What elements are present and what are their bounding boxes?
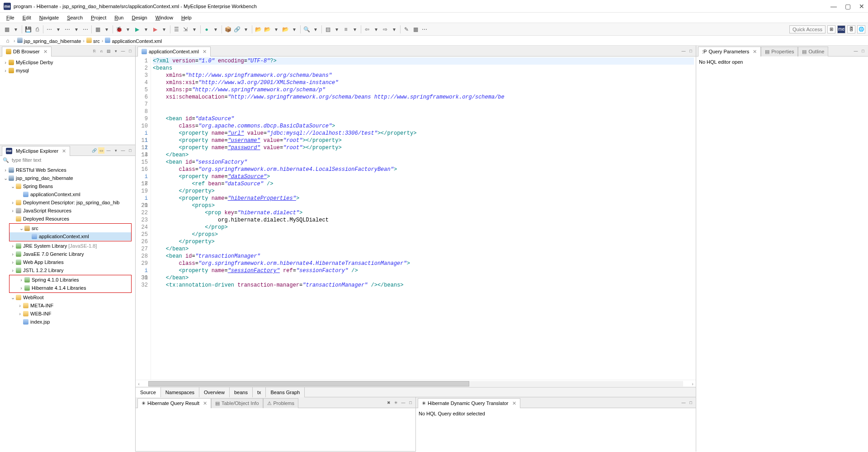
minimize-icon[interactable]: — [120, 147, 126, 154]
tab-explorer[interactable]: me MyEclipse Explorer ✕ [2, 146, 70, 156]
maximize-icon[interactable]: □ [688, 400, 694, 406]
explorer-tree[interactable]: ›RESTful Web Services⌄jsp_spring_dao_hib… [0, 164, 135, 452]
tree-node[interactable]: ›Spring 4.1.0 Libraries [9, 276, 131, 284]
menu-edit[interactable]: Edit [19, 14, 35, 22]
editor-subtab-beans[interactable]: beans [230, 387, 253, 397]
tool-icon[interactable]: ✳ [393, 400, 399, 406]
focus-icon[interactable]: ▭ [98, 147, 104, 154]
tree-node[interactable]: applicationContext.xml [1, 190, 134, 198]
wand-icon[interactable]: ✎ [402, 25, 410, 33]
tool-icon[interactable]: ⎘ [91, 48, 97, 54]
editor-subtab-overview[interactable]: Overview [199, 387, 230, 397]
editor-subtab-beans-graph[interactable]: Beans Graph [266, 387, 305, 397]
open3-icon[interactable]: 📂 [281, 25, 289, 33]
tree-node[interactable]: ›RESTful Web Services [1, 166, 134, 174]
wizard-icon[interactable]: ⋯ [45, 25, 53, 33]
perspective-hib-icon[interactable]: 🌐 [857, 25, 865, 33]
tab-table-object-info[interactable]: ▤ Table/Object Info [211, 398, 263, 408]
tab-problems[interactable]: ⚠ Problems [263, 398, 298, 408]
grid-icon[interactable]: ▦ [94, 25, 102, 33]
close-icon[interactable]: ✕ [203, 400, 207, 406]
tree-node[interactable]: ›META-INF [1, 301, 134, 310]
server-icon[interactable]: ☰ [172, 25, 180, 33]
minimize-icon[interactable]: — [853, 48, 859, 54]
tree-node[interactable]: ›JavaScript Resources [1, 207, 134, 215]
editor-subtab-namespaces[interactable]: Namespaces [161, 387, 199, 397]
menu-window[interactable]: Window [152, 14, 177, 22]
link-icon[interactable]: 🔗 [91, 147, 97, 154]
menu-help[interactable]: Help [178, 14, 195, 22]
list-icon[interactable]: ≡ [342, 25, 350, 33]
breadcrumb-home-icon[interactable]: ⌂ [4, 37, 12, 45]
collapse-icon[interactable]: — [105, 147, 112, 154]
debug-icon[interactable]: 🐞 [115, 25, 123, 33]
tab-query-parameters[interactable]: :P Query Parameters ✕ [698, 47, 761, 56]
breadcrumb-item[interactable]: applicationContext.xml [105, 38, 162, 44]
tree-node[interactable]: ⌄jsp_spring_dao_hibernate [1, 174, 134, 182]
maximize-button[interactable]: ▢ [845, 3, 851, 10]
filter-box[interactable]: 🔍 [0, 156, 135, 164]
ref-icon[interactable]: 🔗 [233, 25, 241, 33]
menu-project[interactable]: Project [87, 14, 110, 22]
search-icon[interactable]: 🔍 [302, 25, 311, 33]
tool-icon[interactable]: ✖ [386, 400, 392, 406]
menu-file[interactable]: File [3, 14, 18, 22]
close-icon[interactable]: ✕ [753, 49, 757, 55]
db-item[interactable]: mysql [16, 68, 29, 73]
tree-node[interactable]: ›Hibernate 4.1.4 Libraries [9, 284, 131, 292]
close-icon[interactable]: ✕ [512, 400, 516, 406]
close-button[interactable]: ✕ [859, 3, 864, 10]
tree-node[interactable]: ⌄WebRoot [1, 293, 134, 301]
menu-design[interactable]: Design [128, 14, 151, 22]
menu-run[interactable]: Run [111, 14, 127, 22]
minimize-icon[interactable]: — [120, 48, 126, 54]
tab-outline[interactable]: ▤ Outline [798, 47, 828, 56]
tree-node[interactable]: ⌄src [9, 224, 131, 232]
perspective-myeclipse-icon[interactable]: me [837, 25, 845, 33]
play-icon[interactable]: ● [203, 25, 211, 33]
run-icon[interactable]: ▶ [133, 25, 141, 33]
breadcrumb-item[interactable]: src [86, 38, 100, 44]
tree-node[interactable]: index.jsp [1, 318, 134, 326]
ext-icon[interactable]: ▶ [151, 25, 159, 33]
tool-icon[interactable]: ⎌ [98, 48, 104, 54]
tool-icon[interactable]: ⋯ [63, 25, 71, 33]
editor-subtab-tx[interactable]: tx [253, 387, 266, 397]
tab-hdqt[interactable]: ✳ Hibernate Dynamic Query Translator ✕ [418, 398, 520, 408]
db-item[interactable]: MyEclipse Derby [16, 60, 53, 65]
quick-access[interactable]: Quick Access [789, 25, 826, 33]
menu-navigate[interactable]: Navigate [36, 14, 62, 22]
tree-node[interactable]: ›WEB-INF [1, 310, 134, 318]
tree-node[interactable]: Deployed Resources [1, 215, 134, 223]
tree-node[interactable]: ›Deployment Descriptor: jsp_spring_dao_h… [1, 198, 134, 207]
fwd-icon[interactable]: ⇨ [381, 25, 389, 33]
maximize-icon[interactable]: □ [860, 48, 866, 54]
breadcrumb-item[interactable]: jsp_spring_dao_hibernate [17, 38, 81, 44]
editor-hscroll[interactable]: ‹› [136, 380, 696, 387]
code-editor[interactable]: 12345678910i 11i 12i 13141516i 171819i 2… [136, 56, 696, 380]
menu-search[interactable]: Search [63, 14, 86, 22]
save-icon[interactable]: 💾 [24, 25, 32, 33]
task-icon[interactable]: ▤ [324, 25, 332, 33]
tab-properties[interactable]: ▤ Properties [761, 47, 798, 56]
deploy-icon[interactable]: ⇲ [181, 25, 189, 33]
back-icon[interactable]: ⇦ [363, 25, 371, 33]
minimize-icon[interactable]: — [680, 48, 687, 54]
perspective-db-icon[interactable]: 🗄 [847, 25, 855, 33]
grid2-icon[interactable]: ▦ [411, 25, 420, 33]
editor-subtab-source[interactable]: Source [136, 387, 161, 397]
maximize-icon[interactable]: □ [127, 147, 133, 154]
tree-node[interactable]: ›Web App Libraries [1, 258, 134, 266]
tree-node[interactable]: ›JavaEE 7.0 Generic Library [1, 250, 134, 258]
tab-editor-file[interactable]: applicationContext.xml ✕ [137, 47, 211, 56]
maximize-icon[interactable]: □ [688, 48, 694, 54]
tree-node[interactable]: ›JSTL 1.2.2 Library [1, 266, 134, 274]
db-browser-tree[interactable]: ›MyEclipse Derby ›mysql [0, 56, 135, 145]
menu-icon[interactable]: ▾ [113, 147, 119, 154]
tree-node[interactable]: applicationContext.xml [9, 232, 131, 240]
filter-input[interactable] [11, 157, 132, 163]
more-icon[interactable]: ⋯ [420, 25, 429, 33]
maximize-icon[interactable]: □ [407, 400, 414, 406]
pkg-icon[interactable]: 📦 [224, 25, 232, 33]
tool-icon[interactable]: ▤ [105, 48, 112, 54]
